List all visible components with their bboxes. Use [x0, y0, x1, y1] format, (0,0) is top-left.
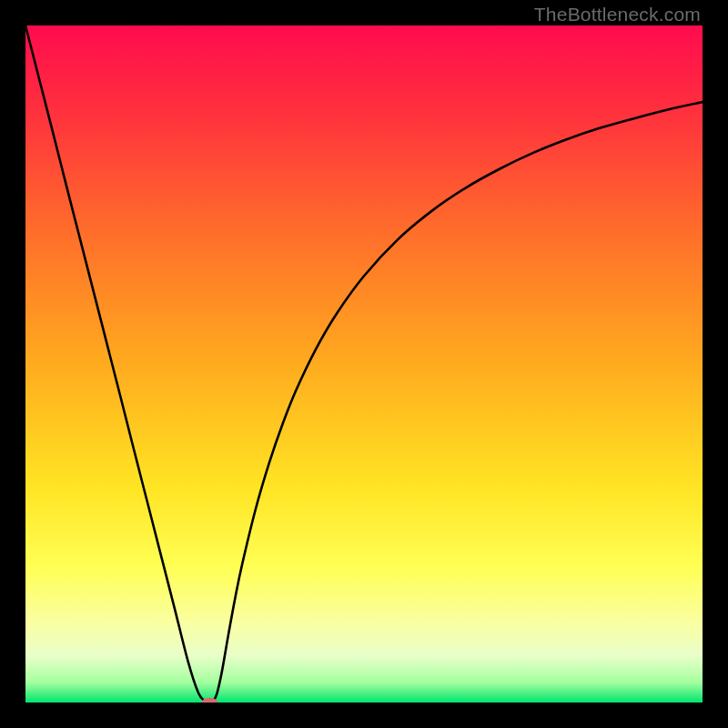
chart-frame — [25, 25, 703, 703]
watermark: TheBottleneck.com — [534, 4, 701, 25]
bottleneck-curve-chart — [25, 25, 703, 703]
